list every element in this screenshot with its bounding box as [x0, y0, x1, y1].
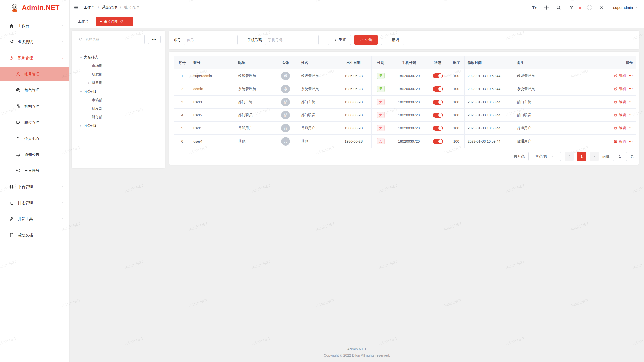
- status-toggle[interactable]: [433, 100, 443, 105]
- sidebar-item-position[interactable]: 职位管理: [0, 115, 69, 130]
- table-header-row: 序号账号昵称头像姓名出生日期性别手机号码状态排序修改时间备注操作: [174, 56, 636, 69]
- tree-node-分公司2[interactable]: ▸分公司2: [76, 121, 161, 130]
- sidebar-item-help-docs[interactable]: 帮助文档: [0, 228, 69, 242]
- tree-node-大名科技[interactable]: ▾大名科技: [76, 53, 161, 62]
- status-toggle[interactable]: [433, 126, 443, 131]
- row-more-button[interactable]: •••: [629, 140, 633, 143]
- sidebar-item-workbench[interactable]: 工作台: [0, 19, 69, 33]
- sidebar-item-business-test[interactable]: 业务测试: [0, 35, 69, 49]
- breadcrumb-item-current: 账号管理: [124, 5, 139, 10]
- tab-close-icon[interactable]: [125, 20, 128, 23]
- sidebar-item-personal[interactable]: 个人中心: [0, 131, 69, 146]
- tab-refresh-icon[interactable]: [120, 20, 123, 23]
- collapse-menu-icon[interactable]: [74, 5, 79, 10]
- row-more-button[interactable]: •••: [629, 74, 633, 78]
- sidebar-item-platform[interactable]: 平台管理: [0, 179, 69, 194]
- caret-down-icon[interactable]: ▾: [78, 56, 84, 59]
- cell-avatar: 部: [273, 96, 298, 109]
- column-header-time: 修改时间: [465, 56, 514, 69]
- cell-name: 系统管理员: [298, 82, 336, 96]
- status-toggle[interactable]: [433, 139, 443, 144]
- sidebar-item-dev-tools[interactable]: 开发工具: [0, 212, 69, 226]
- tab-工作台[interactable]: 工作台: [74, 17, 93, 26]
- search-button[interactable]: 查询: [354, 35, 378, 45]
- sidebar-item-logs[interactable]: 日志管理: [0, 196, 69, 210]
- status-toggle[interactable]: [433, 86, 443, 92]
- org-search-input[interactable]: [85, 37, 142, 42]
- sidebar-item-system[interactable]: 系统管理: [0, 51, 69, 65]
- caret-down-icon[interactable]: ▾: [78, 90, 84, 93]
- edit-button[interactable]: 编辑: [614, 139, 626, 144]
- reset-button[interactable]: 重置: [328, 35, 351, 45]
- breadcrumb-item[interactable]: 工作台: [84, 5, 95, 10]
- phone-input[interactable]: [265, 35, 319, 45]
- tree-node-市场部[interactable]: 市场部: [76, 96, 161, 104]
- tree-node-研发部[interactable]: 研发部: [76, 104, 161, 113]
- row-more-button[interactable]: •••: [629, 87, 633, 91]
- tree-node-分公司1[interactable]: ▾分公司1: [76, 87, 161, 96]
- accounts-table: 序号账号昵称头像姓名出生日期性别手机号码状态排序修改时间备注操作 1supera…: [174, 56, 636, 148]
- edit-button[interactable]: 编辑: [614, 100, 626, 104]
- row-more-button[interactable]: •••: [629, 113, 633, 117]
- row-more-button[interactable]: •••: [629, 126, 633, 130]
- cell-status: [428, 82, 448, 96]
- sidebar-item-account[interactable]: 账号管理: [0, 67, 69, 81]
- row-more-button[interactable]: •••: [629, 100, 633, 104]
- page-size-select[interactable]: 10条/页: [528, 152, 561, 161]
- row-actions: 编辑•••: [597, 74, 633, 78]
- chevron-down-icon: [61, 40, 65, 44]
- font-size-icon[interactable]: TT: [532, 5, 537, 10]
- tree-node-市场部[interactable]: 市场部: [76, 62, 161, 70]
- app-logo[interactable]: Admin.NET: [0, 0, 69, 15]
- avatar: 超: [281, 72, 290, 80]
- search-icon[interactable]: [556, 5, 561, 10]
- edit-button[interactable]: 编辑: [614, 87, 626, 91]
- edit-button-label: 编辑: [619, 113, 626, 117]
- cell-ops: 编辑•••: [594, 69, 636, 82]
- sidebar-item-notice[interactable]: 通知公告: [0, 147, 69, 162]
- next-page-button[interactable]: [590, 152, 599, 161]
- status-toggle[interactable]: [433, 73, 443, 78]
- tree-node-研发部[interactable]: 研发部: [76, 70, 161, 79]
- edit-button[interactable]: 编辑: [614, 113, 626, 117]
- tree-node-财务部[interactable]: 财务部: [76, 113, 161, 121]
- status-toggle[interactable]: [433, 113, 443, 118]
- divider: [72, 48, 165, 48]
- language-icon[interactable]: [544, 5, 549, 10]
- profile-icon[interactable]: [599, 5, 604, 10]
- refresh-icon: [333, 38, 337, 42]
- fullscreen-icon[interactable]: [587, 5, 592, 10]
- tree-node-label: 大名科技: [84, 55, 98, 60]
- tree-node-label: 财务部: [92, 81, 102, 85]
- edit-button[interactable]: 编辑: [614, 74, 626, 78]
- sidebar-item-third-account[interactable]: 三方账号: [0, 163, 69, 178]
- caret-right-icon[interactable]: ▸: [86, 81, 92, 85]
- cell-name: 其他: [298, 135, 336, 148]
- prev-page-button[interactable]: [565, 152, 574, 161]
- caret-right-icon[interactable]: ▸: [78, 124, 84, 127]
- edit-button[interactable]: 编辑: [614, 126, 626, 130]
- avatar: 普: [281, 124, 290, 132]
- sidebar-item-role[interactable]: 角色管理: [0, 83, 69, 98]
- user-menu[interactable]: superadmin: [611, 5, 638, 10]
- breadcrumb-item[interactable]: 系统管理: [102, 5, 117, 10]
- goto-page-input[interactable]: [613, 152, 627, 161]
- edit-icon: [614, 74, 617, 78]
- org-tree-more-button[interactable]: •••: [148, 35, 161, 44]
- sidebar-item-org[interactable]: 机构管理: [0, 99, 69, 114]
- account-input[interactable]: [184, 35, 238, 45]
- cell-avatar: 其: [273, 135, 298, 148]
- theme-icon[interactable]: [568, 5, 573, 10]
- cell-ops: 编辑•••: [594, 109, 636, 122]
- cell-phone: 18020030720: [390, 109, 428, 122]
- add-button[interactable]: 新增: [381, 35, 404, 45]
- cell-gender: 女: [372, 109, 390, 122]
- cell-ops: 编辑•••: [594, 135, 636, 148]
- tab-账号管理[interactable]: 账号管理: [96, 17, 133, 26]
- add-button-label: 新增: [392, 38, 399, 42]
- main-area: 工作台 / 系统管理 / 账号管理 TT superadmin 工作台账号管理: [70, 0, 644, 362]
- tree-node-财务部[interactable]: ▸财务部: [76, 79, 161, 87]
- cell-seq: 2: [174, 82, 190, 96]
- page-1-button[interactable]: 1: [577, 152, 586, 161]
- cell-ops: 编辑•••: [594, 96, 636, 109]
